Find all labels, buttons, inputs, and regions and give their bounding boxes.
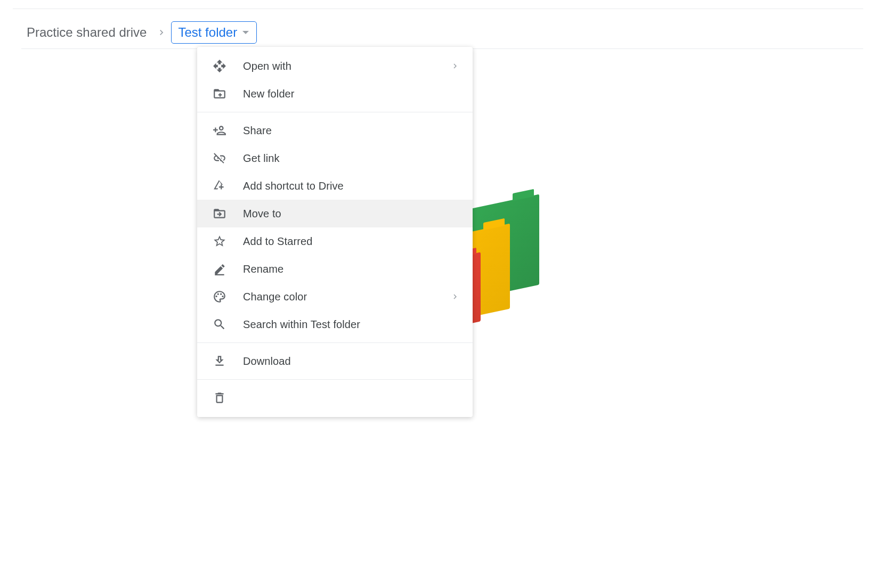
svg-point-2 [220, 293, 222, 295]
star-icon [212, 234, 227, 249]
rename-icon [212, 262, 227, 276]
menu-label: Change color [243, 291, 307, 303]
chevron-right-icon [156, 27, 167, 38]
share-icon [212, 123, 227, 138]
move-to-icon [212, 206, 227, 221]
caret-down-icon [242, 31, 249, 34]
menu-move-to[interactable]: Move to [197, 200, 473, 227]
menu-rename[interactable]: Rename [197, 255, 473, 283]
menu-divider [197, 112, 473, 112]
get-link-icon [212, 151, 227, 166]
top-divider [13, 9, 863, 9]
menu-label: Share [243, 125, 272, 137]
menu-new-folder[interactable]: New folder [197, 80, 473, 108]
breadcrumb-current-dropdown[interactable]: Test folder [171, 21, 257, 44]
chevron-right-icon [450, 61, 460, 71]
svg-point-1 [217, 293, 219, 295]
menu-label: Move to [243, 208, 281, 220]
add-shortcut-icon [212, 178, 227, 193]
breadcrumb-current-label: Test folder [178, 25, 237, 40]
menu-label: New folder [243, 88, 295, 100]
menu-label: Get link [243, 152, 280, 165]
menu-add-shortcut[interactable]: Add shortcut to Drive [197, 172, 473, 200]
menu-share[interactable]: Share [197, 117, 473, 144]
menu-add-starred[interactable]: Add to Starred [197, 227, 473, 255]
menu-label: Open with [243, 60, 291, 72]
palette-icon [212, 289, 227, 304]
menu-move-trash[interactable] [197, 384, 473, 412]
open-with-icon [212, 59, 227, 74]
menu-label: Rename [243, 263, 283, 275]
menu-download[interactable]: Download [197, 347, 473, 375]
menu-search-within[interactable]: Search within Test folder [197, 311, 473, 338]
menu-get-link[interactable]: Get link [197, 144, 473, 172]
context-menu: Open with New folder Share Get link Add … [197, 47, 473, 417]
menu-open-with[interactable]: Open with [197, 52, 473, 80]
breadcrumb: Practice shared drive Test folder [21, 16, 863, 49]
new-folder-icon [212, 86, 227, 101]
menu-divider [197, 342, 473, 343]
menu-label: Download [243, 355, 291, 368]
trash-icon [212, 390, 227, 405]
menu-divider [197, 379, 473, 380]
chevron-right-icon [450, 292, 460, 301]
menu-change-color[interactable]: Change color [197, 283, 473, 311]
menu-label: Add shortcut to Drive [243, 180, 344, 192]
search-icon [212, 317, 227, 332]
menu-label: Search within Test folder [243, 318, 360, 331]
svg-point-0 [215, 296, 217, 297]
svg-point-3 [222, 296, 223, 297]
download-icon [212, 354, 227, 369]
menu-label: Add to Starred [243, 235, 312, 248]
breadcrumb-parent[interactable]: Practice shared drive [21, 22, 152, 43]
